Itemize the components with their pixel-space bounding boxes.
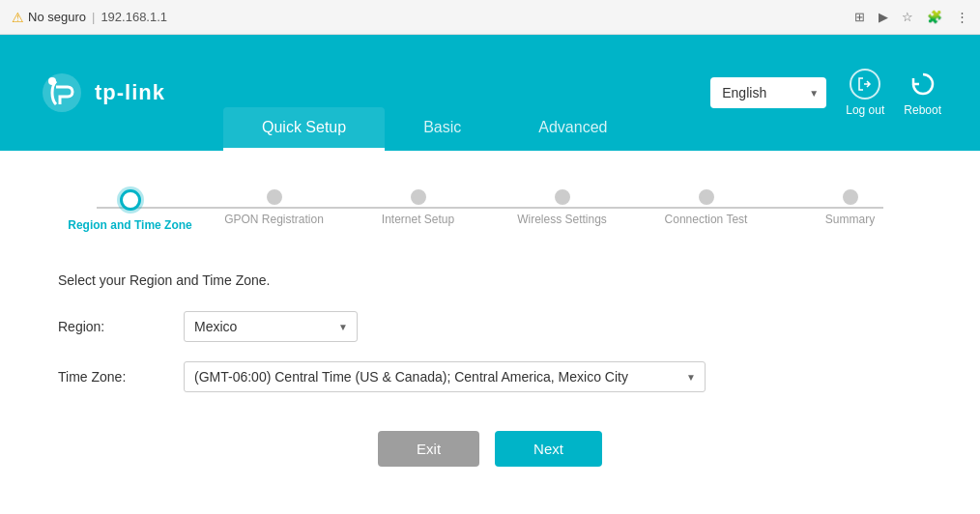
step-dot-gpon: [267, 189, 282, 205]
puzzle-icon[interactable]: 🧩: [927, 10, 942, 24]
region-select-wrapper[interactable]: Mexico United States Canada Other: [184, 311, 358, 342]
step-summary: Summary: [778, 189, 922, 228]
tp-link-logo-icon: [39, 70, 85, 116]
svg-point-1: [48, 77, 56, 85]
step-dot-summary: [843, 189, 858, 205]
step-gpon: GPON Registration: [202, 189, 346, 228]
step-dot-region: [120, 189, 141, 211]
browser-icons: ⊞ ▶ ☆ 🧩 ⋮: [854, 10, 968, 24]
nav-tabs: Quick Setup Basic Advanced: [223, 107, 646, 151]
reboot-label: Reboot: [904, 103, 941, 117]
url-bar[interactable]: 192.168.1.1: [101, 10, 167, 24]
stepper: Region and Time Zone GPON Registration I…: [39, 180, 941, 263]
language-select[interactable]: English Español: [710, 77, 826, 108]
step-label-region: Region and Time Zone: [68, 218, 191, 234]
step-label-summary: Summary: [825, 213, 875, 228]
form-section: Select your Region and Time Zone. Region…: [39, 263, 941, 476]
timezone-select[interactable]: (GMT-06:00) Central Time (US & Canada); …: [184, 361, 706, 392]
translate-icon[interactable]: ⊞: [854, 10, 865, 24]
logout-label: Log out: [846, 103, 884, 117]
region-row: Region: Mexico United States Canada Othe…: [58, 311, 922, 342]
tab-basic[interactable]: Basic: [385, 107, 500, 151]
tab-quick-setup[interactable]: Quick Setup: [223, 107, 385, 151]
step-dot-internet: [411, 189, 426, 205]
step-region-time: Region and Time Zone: [58, 189, 202, 234]
browser-bar: ⚠ No seguro | 192.168.1.1 ⊞ ▶ ☆ 🧩 ⋮: [0, 0, 980, 35]
logout-button[interactable]: Log out: [846, 69, 884, 117]
step-internet: Internet Setup: [346, 189, 490, 228]
main-content: Region and Time Zone GPON Registration I…: [0, 151, 980, 514]
header-right: English Español Log out: [710, 69, 941, 117]
step-connection: Connection Test: [634, 189, 778, 228]
secure-label: No seguro: [28, 10, 86, 24]
step-label-connection: Connection Test: [665, 213, 748, 228]
step-dot-wireless: [555, 189, 570, 205]
app: tp-link Quick Setup Basic Advanced Engli…: [0, 35, 980, 514]
star-icon[interactable]: ☆: [902, 10, 913, 24]
timezone-row: Time Zone: (GMT-06:00) Central Time (US …: [58, 361, 922, 392]
reboot-icon: [908, 69, 938, 100]
logo-text: tp-link: [95, 80, 165, 105]
language-selector-wrapper[interactable]: English Español: [710, 77, 826, 108]
step-dot-connection: [699, 189, 714, 205]
form-intro: Select your Region and Time Zone.: [58, 272, 922, 288]
step-label-gpon: GPON Registration: [224, 213, 324, 228]
step-wireless: Wireless Settings: [490, 189, 634, 228]
next-button[interactable]: Next: [495, 431, 602, 467]
exit-button[interactable]: Exit: [378, 431, 479, 467]
header: tp-link Quick Setup Basic Advanced Engli…: [0, 35, 980, 151]
step-label-internet: Internet Setup: [382, 213, 454, 228]
footer-buttons: Exit Next: [58, 431, 922, 467]
warning-icon: ⚠: [12, 10, 24, 25]
step-label-wireless: Wireless Settings: [517, 213, 607, 228]
tab-advanced[interactable]: Advanced: [500, 107, 646, 151]
svg-point-0: [43, 73, 81, 112]
region-label: Region:: [58, 319, 184, 334]
logout-icon: [850, 69, 880, 100]
play-icon[interactable]: ▶: [879, 10, 888, 24]
region-select[interactable]: Mexico United States Canada Other: [184, 311, 358, 342]
divider: |: [92, 10, 95, 24]
logo: tp-link: [39, 70, 165, 116]
reboot-button[interactable]: Reboot: [904, 69, 941, 117]
timezone-select-wrapper[interactable]: (GMT-06:00) Central Time (US & Canada); …: [184, 361, 706, 392]
more-icon[interactable]: ⋮: [956, 10, 968, 24]
timezone-label: Time Zone:: [58, 369, 184, 385]
